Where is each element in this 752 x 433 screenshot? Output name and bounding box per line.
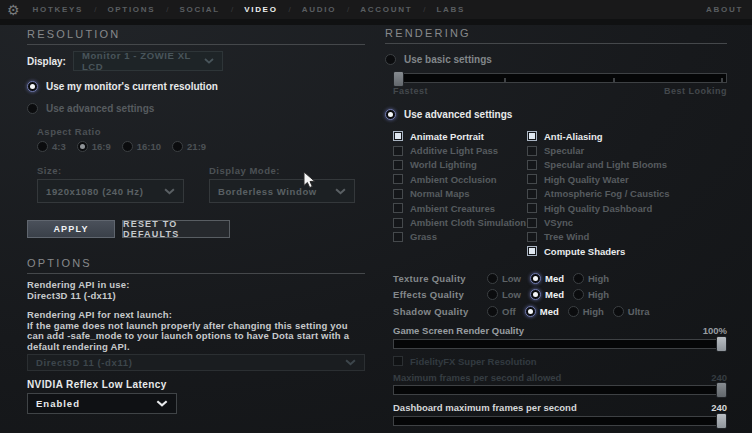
nav-item-account[interactable]: ACCOUNT [360, 5, 412, 14]
nav-item-labs[interactable]: LABS [436, 5, 465, 14]
slider-handle[interactable] [716, 382, 727, 398]
checkbox-row-vsync[interactable]: VSync [527, 215, 670, 229]
aspect-option-16-10[interactable]: 16:10 [122, 141, 161, 152]
api-next-launch-dropdown[interactable]: Direct3D 11 (-dx11) [27, 354, 365, 371]
quality-option-high[interactable]: High [568, 306, 604, 317]
checkbox-label: Specular [544, 145, 584, 156]
slider-handle[interactable] [716, 336, 727, 352]
checkbox-unchecked-icon [393, 218, 403, 228]
checkbox-row-anti-aliasing[interactable]: Anti-Aliasing [527, 129, 670, 143]
dashboard-fps-slider[interactable] [393, 416, 727, 426]
aspect-option-label: 4:3 [52, 141, 66, 152]
quality-option-med[interactable]: Med [530, 289, 564, 300]
checkbox-label: Atmospheric Fog / Caustics [544, 188, 670, 199]
radio-current-resolution-label: Use my monitor's current resolution [46, 81, 218, 92]
mouse-cursor [303, 171, 316, 189]
checkbox-row-atmospheric-fog-caustics[interactable]: Atmospheric Fog / Caustics [527, 187, 670, 201]
nav-item-video[interactable]: VIDEO [244, 5, 277, 14]
checkbox-unchecked-icon [393, 146, 403, 156]
radio-off-icon [568, 306, 579, 317]
display-mode-value: Borderless Window [218, 186, 317, 197]
dashboard-fps-label: Dashboard maximum frames per second [393, 402, 577, 413]
quality-option-low[interactable]: Low [487, 273, 521, 284]
quality-option-label: Med [545, 289, 564, 300]
checkbox-row-high-quality-water[interactable]: High Quality Water [527, 172, 670, 186]
fsr-checkbox-row[interactable]: FidelityFX Super Resolution [393, 356, 727, 367]
radio-off-icon [27, 103, 38, 114]
settings-panel: RESOLUTION Display: Monitor 1 - ZOWIE XL… [0, 25, 752, 433]
checkbox-column-right: Anti-AliasingSpecularSpecular and Light … [527, 129, 670, 259]
basic-quality-slider[interactable] [393, 73, 727, 83]
render-quality-value: 100% [703, 325, 727, 336]
quality-option-label: Off [502, 306, 516, 317]
checkbox-label: Normal Maps [410, 188, 470, 199]
render-quality-slider[interactable] [393, 339, 727, 349]
radio-current-resolution[interactable]: Use my monitor's current resolution [27, 81, 365, 92]
dashboard-fps-value: 240 [711, 402, 727, 413]
aspect-option-label: 21:9 [187, 141, 206, 152]
checkbox-label: Grass [410, 231, 437, 242]
radio-advanced-settings[interactable]: Use advanced settings [385, 109, 727, 120]
nvidia-reflex-dropdown[interactable]: Enabled [27, 393, 177, 414]
checkbox-row-compute-shaders[interactable]: Compute Shaders [527, 244, 670, 258]
radio-advanced-resolution[interactable]: Use advanced settings [27, 103, 365, 114]
checkbox-row-specular-and-light-blooms[interactable]: Specular and Light Blooms [527, 158, 670, 172]
radio-on-icon [385, 109, 396, 120]
radio-off-icon [172, 141, 183, 152]
size-dropdown[interactable]: 1920x1080 (240 Hz) [37, 179, 184, 203]
aspect-option-21-9[interactable]: 21:9 [172, 141, 206, 152]
quality-option-label: Ultra [628, 306, 650, 317]
chevron-down-icon [345, 359, 356, 366]
quality-row-effects-quality: Effects QualityLowMedHigh [393, 287, 727, 304]
quality-option-low[interactable]: Low [487, 289, 521, 300]
api-in-use-label: Rendering API in use: [27, 280, 365, 291]
checkbox-row-tree-wind[interactable]: Tree Wind [527, 230, 670, 244]
chevron-down-icon [335, 188, 346, 195]
quality-radio-rows: Texture QualityLowMedHighEffects Quality… [393, 270, 727, 320]
gear-icon[interactable]: ⚙ [7, 3, 20, 17]
quality-option-off[interactable]: Off [487, 306, 516, 317]
checkbox-unchecked-icon [527, 160, 537, 170]
display-mode-dropdown[interactable]: Borderless Window [209, 179, 355, 203]
nav-item-options[interactable]: OPTIONS [107, 5, 155, 14]
nav-item-social[interactable]: SOCIAL [180, 5, 220, 14]
rendering-section-title: RENDERING [385, 27, 727, 44]
checkbox-row-specular[interactable]: Specular [527, 143, 670, 157]
slider-label-fastest: Fastest [393, 86, 428, 96]
apply-button[interactable]: APPLY [27, 220, 115, 238]
max-fps-slider[interactable] [393, 385, 727, 395]
radio-basic-settings[interactable]: Use basic settings [385, 54, 727, 65]
checkbox-label: High Quality Dashboard [544, 203, 652, 214]
radio-on-icon [530, 289, 541, 300]
quality-option-label: Med [545, 273, 564, 284]
quality-option-med[interactable]: Med [530, 273, 564, 284]
checkbox-label: World Lighting [410, 159, 477, 170]
quality-option-label: High [588, 273, 609, 284]
reset-to-defaults-button[interactable]: RESET TO DEFAULTS [122, 220, 230, 238]
aspect-option-4-3[interactable]: 4:3 [37, 141, 66, 152]
nav-item-hotkeys[interactable]: HOTKEYS [33, 5, 84, 14]
quality-option-label: Low [502, 289, 521, 300]
quality-option-high[interactable]: High [573, 273, 609, 284]
checkbox-row-high-quality-dashboard[interactable]: High Quality Dashboard [527, 201, 670, 215]
quality-option-ultra[interactable]: Ultra [613, 306, 650, 317]
top-nav-items: HOTKEYS/OPTIONS/SOCIAL/VIDEO/AUDIO/ACCOU… [33, 5, 466, 14]
nav-separator: / [231, 5, 233, 14]
fsr-label: FidelityFX Super Resolution [410, 356, 537, 367]
quality-option-label: Low [502, 273, 521, 284]
aspect-option-16-9[interactable]: 16:9 [77, 141, 111, 152]
slider-handle[interactable] [716, 413, 727, 429]
aspect-option-label: 16:10 [137, 141, 161, 152]
quality-row-texture-quality: Texture QualityLowMedHigh [393, 270, 727, 287]
quality-option-high[interactable]: High [573, 289, 609, 300]
display-monitor-dropdown[interactable]: Monitor 1 - ZOWIE XL LCD [73, 51, 223, 71]
max-fps-value: 240 [711, 372, 727, 383]
checkbox-unchecked-icon [393, 356, 403, 366]
nav-item-about[interactable]: ABOUT [706, 5, 743, 14]
nvidia-reflex-value: Enabled [36, 398, 80, 409]
slider-handle[interactable] [393, 71, 404, 87]
nav-item-audio[interactable]: AUDIO [302, 5, 336, 14]
quality-option-med[interactable]: Med [525, 306, 559, 317]
radio-on-icon [530, 273, 541, 284]
aspect-option-label: 16:9 [92, 141, 111, 152]
